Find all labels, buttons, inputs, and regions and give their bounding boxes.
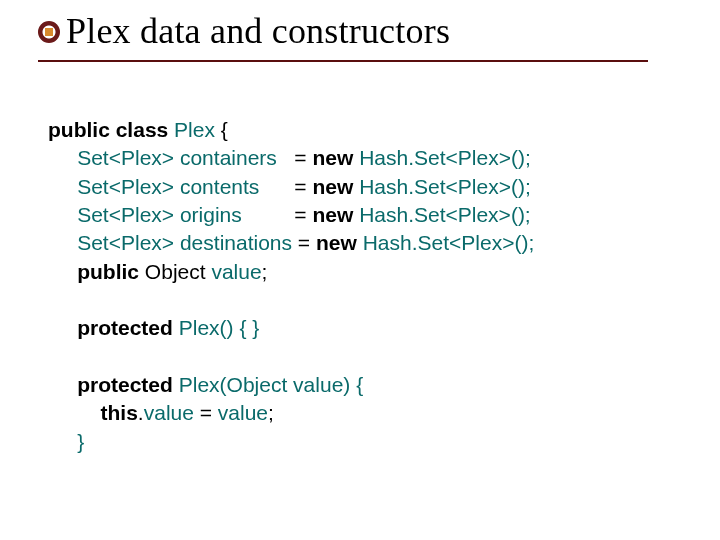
kw-this: this (101, 401, 138, 424)
eq-2: = (294, 175, 312, 198)
kw-new-2: new (312, 175, 353, 198)
ctor1-close: ) { (343, 373, 363, 396)
kw-new-1: new (312, 146, 353, 169)
slide-title: Plex data and constructors (66, 12, 450, 52)
rhs-value: value (218, 401, 268, 424)
pad-3 (242, 203, 295, 226)
rhs-3: Hash.Set<Plex>(); (359, 203, 531, 226)
ctor0-sig: () { } (220, 316, 260, 339)
ctor1-name: Plex (179, 373, 220, 396)
field-destinations: destinations (180, 231, 292, 254)
type-setplex-4: Set<Plex> (77, 231, 174, 254)
eq-3: = (294, 203, 312, 226)
rhs-2: Hash.Set<Plex>(); (359, 175, 531, 198)
pad-1 (277, 146, 295, 169)
field-origins: origins (180, 203, 242, 226)
kw-new-3: new (312, 203, 353, 226)
pad-2 (259, 175, 294, 198)
lbrace: { (215, 118, 228, 141)
this-value: value (144, 401, 194, 424)
type-setplex-3: Set<Plex> (77, 203, 174, 226)
title-underline (38, 58, 648, 62)
ctor1-open: (Object (220, 373, 294, 396)
rhs-4: Hash.Set<Plex>(); (363, 231, 535, 254)
type-setplex-2: Set<Plex> (77, 175, 174, 198)
slide: Plex data and constructors public class … (0, 0, 720, 540)
id-plex: Plex (174, 118, 215, 141)
eq-1: = (294, 146, 312, 169)
decl-value-type: Object (139, 260, 211, 283)
rhs-1: Hash.Set<Plex>(); (359, 146, 531, 169)
kw-public-2: public (77, 260, 139, 283)
code-block: public class Plex { Set<Plex> containers… (48, 116, 680, 456)
kw-protected-1: protected (77, 316, 173, 339)
title-row: Plex data and constructors (38, 12, 682, 52)
bullet-icon (38, 21, 60, 43)
ctor0-name: Plex (179, 316, 220, 339)
semi-2: ; (268, 401, 274, 424)
kw-new-4: new (316, 231, 357, 254)
kw-public: public (48, 118, 110, 141)
eq-4: = (298, 231, 316, 254)
assign-eq: = (194, 401, 218, 424)
type-setplex-1: Set<Plex> (77, 146, 174, 169)
decl-value-name: value (211, 260, 261, 283)
close-brace: } (77, 430, 84, 453)
field-containers: containers (180, 146, 277, 169)
semi-1: ; (262, 260, 268, 283)
ctor1-param: value (293, 373, 343, 396)
kw-class: class (116, 118, 169, 141)
kw-protected-2: protected (77, 373, 173, 396)
field-contents: contents (180, 175, 259, 198)
